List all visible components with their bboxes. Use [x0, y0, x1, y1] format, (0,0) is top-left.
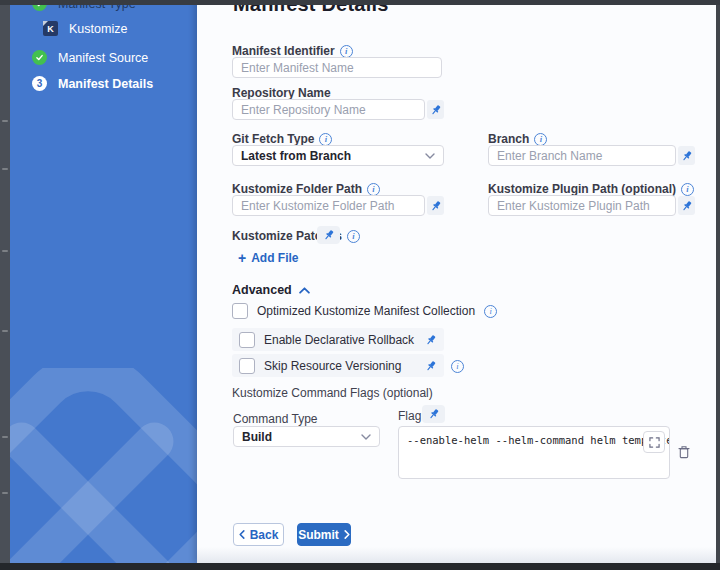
plus-icon: + [238, 250, 246, 266]
kustomize-patches-label: Kustomize Patches i [232, 229, 360, 243]
declarative-rollback-label: Enable Declarative Rollback [264, 333, 416, 347]
manifest-identifier-label: Manifest Identifier i [232, 44, 353, 58]
command-flags-section-label: Kustomize Command Flags (optional) [232, 386, 433, 400]
pin-icon [323, 229, 335, 241]
kustomize-folder-path-label: Kustomize Folder Path i [232, 182, 380, 196]
git-fetch-type-label: Git Fetch Type i [232, 132, 332, 146]
window-frame-left [0, 0, 10, 570]
harness-logo-watermark [10, 368, 197, 563]
repository-name-input[interactable] [232, 99, 425, 120]
git-fetch-type-select[interactable]: Latest from Branch [232, 145, 444, 166]
info-icon[interactable]: i [681, 183, 694, 196]
advanced-toggle[interactable]: Advanced [232, 283, 310, 297]
pin-icon[interactable] [427, 196, 444, 215]
kustomize-plugin-path-label: Kustomize Plugin Path (optional) i [488, 182, 694, 196]
pin-icon [428, 408, 440, 420]
back-button[interactable]: Back [233, 523, 284, 546]
repository-name-label: Repository Name [232, 86, 331, 100]
command-type-select[interactable]: Build [233, 426, 380, 447]
delete-flag-icon[interactable] [678, 445, 690, 459]
footer-fade [197, 547, 716, 563]
chevron-up-icon [299, 287, 310, 294]
branch-label: Branch i [488, 132, 547, 146]
submit-button[interactable]: Submit [297, 523, 351, 546]
checkbox[interactable] [239, 332, 255, 348]
flag-label: Flag [398, 409, 421, 423]
info-icon[interactable]: i [340, 45, 353, 58]
sidebar-item-kustomize[interactable]: K Kustomize [43, 21, 127, 36]
info-icon[interactable]: i [367, 183, 380, 196]
info-icon[interactable]: i [347, 230, 360, 243]
kustomize-logo-icon: K [43, 21, 58, 36]
window-frame-top [0, 0, 720, 5]
info-icon[interactable]: i [451, 360, 464, 373]
checkbox[interactable] [232, 303, 248, 319]
sidebar-item-manifest-source[interactable]: Manifest Source [32, 50, 148, 65]
sidebar-item-label: Manifest Source [58, 51, 148, 65]
checkbox[interactable] [239, 358, 255, 374]
info-icon[interactable]: i [319, 133, 332, 146]
pin-icon[interactable] [425, 334, 437, 346]
window-frame-bottom [0, 563, 720, 570]
sidebar-item-label: Manifest Details [58, 77, 153, 91]
chevron-down-icon [361, 434, 371, 440]
manifest-identifier-input[interactable] [232, 57, 442, 78]
declarative-rollback-row: Enable Declarative Rollback [232, 328, 444, 351]
kustomize-folder-path-input[interactable] [232, 195, 425, 216]
pin-button[interactable] [317, 226, 340, 244]
manifest-details-panel: Manifest Details Manifest Identifier i R… [197, 0, 716, 563]
skip-versioning-row: Skip Resource Versioning [232, 354, 444, 377]
step-number-badge: 3 [32, 76, 47, 91]
info-icon[interactable]: i [534, 133, 547, 146]
chevron-left-icon [239, 530, 245, 539]
chevron-right-icon [344, 530, 350, 539]
pin-icon[interactable] [678, 146, 695, 165]
branch-input[interactable] [488, 145, 676, 166]
wizard-sidebar: Manifest Type K Kustomize Manifest Sourc… [10, 0, 197, 563]
pin-icon[interactable] [678, 196, 695, 215]
add-file-button[interactable]: + Add File [238, 250, 299, 266]
chevron-down-icon [425, 153, 435, 159]
optimized-collection-row: Optimized Kustomize Manifest Collection … [232, 303, 497, 319]
pin-icon[interactable] [427, 100, 444, 119]
expand-icon [649, 437, 660, 448]
optimized-collection-label: Optimized Kustomize Manifest Collection [257, 304, 475, 318]
sidebar-item-manifest-details[interactable]: 3 Manifest Details [32, 76, 153, 91]
sidebar-item-label: Kustomize [69, 22, 127, 36]
command-type-label: Command Type [233, 412, 318, 426]
pin-icon[interactable] [425, 360, 437, 372]
window-frame-right [716, 0, 720, 570]
info-icon[interactable]: i [484, 305, 497, 318]
check-icon [32, 50, 47, 65]
pin-button[interactable] [422, 405, 445, 423]
kustomize-plugin-path-input[interactable] [488, 195, 676, 216]
flag-input[interactable]: --enable-helm --helm-command helm templa… [398, 426, 670, 479]
skip-versioning-label: Skip Resource Versioning [264, 359, 416, 373]
expand-editor-button[interactable] [643, 431, 665, 453]
